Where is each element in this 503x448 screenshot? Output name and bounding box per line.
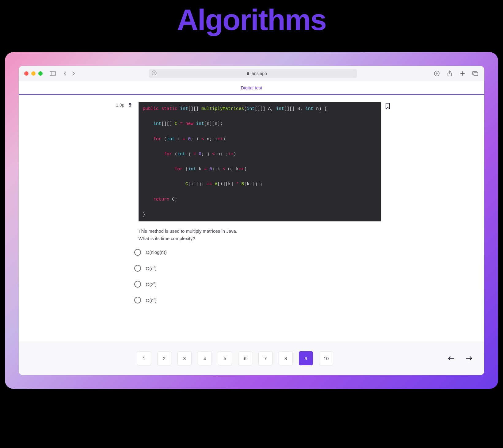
browser-window: ans.app Digital test [19,66,484,375]
page-button[interactable]: 2 [157,351,171,365]
page-button[interactable]: 1 [137,351,151,365]
radio-button[interactable] [134,249,141,256]
question-prompt-line2: What is its time complexity? [139,236,195,241]
radio-button[interactable] [134,265,141,272]
radio-button[interactable] [134,297,141,303]
site-settings-icon[interactable] [152,70,157,76]
lock-icon [246,72,250,75]
answer-option-label: O(n2) [146,297,157,303]
nav-arrows [62,70,77,77]
app-header-title: Digital test [241,85,262,90]
chrome-right-icons [433,70,479,77]
app-header: Digital test [19,81,484,95]
back-button[interactable] [62,70,68,77]
close-window-button[interactable] [24,71,29,76]
traffic-lights [24,71,43,76]
prev-next-nav [447,354,473,363]
bookmark-icon[interactable] [385,105,391,110]
answer-option-label: O(n3) [146,265,157,271]
new-tab-icon[interactable] [459,70,466,77]
page-button[interactable]: 6 [238,351,252,365]
answer-option[interactable]: O(n2) [134,297,381,303]
url-bar-wrap: ans.app [81,69,425,78]
downloads-icon[interactable] [433,70,440,77]
page-title: Algorithms [0,0,503,37]
url-bar[interactable]: ans.app [149,69,357,78]
browser-chrome: ans.app [19,66,484,81]
page-button[interactable]: 9 [299,351,313,365]
answer-option[interactable]: O(2n) [134,281,381,288]
content-area: 1.0p 9 public static int[][] multiplyMat… [19,95,484,341]
question-row: 1.0p 9 public static int[][] multiplyMat… [19,102,484,303]
question-body: public static int[][] multiplyMatrices(i… [139,102,381,303]
page-button[interactable]: 4 [198,351,212,365]
page-button[interactable]: 3 [177,351,192,365]
url-text: ans.app [160,71,354,76]
options-list: O(nlog(n))O(n3)O(2n)O(n2) [134,249,381,303]
page-buttons: 12345678910 [137,351,333,365]
radio-button[interactable] [134,281,141,288]
page-button[interactable]: 10 [319,351,333,365]
points-label: 1.0p [109,102,124,303]
page-button[interactable]: 8 [279,351,293,365]
next-question-button[interactable] [465,354,473,363]
svg-rect-12 [474,72,478,76]
prev-question-button[interactable] [447,354,455,363]
share-icon[interactable] [446,70,453,77]
answer-option-label: O(nlog(n)) [146,250,167,255]
svg-rect-0 [50,71,55,76]
tabs-icon[interactable] [472,70,479,77]
svg-rect-5 [247,73,249,75]
code-block: public static int[][] multiplyMatrices(i… [139,102,381,221]
pagination-bar: 12345678910 [19,341,484,375]
sidebar-toggle-icon[interactable] [49,70,56,77]
question-prompt: This method is used to multiply matrices… [139,228,381,242]
minimize-window-button[interactable] [31,71,36,76]
answer-option[interactable]: O(nlog(n)) [134,249,381,256]
question-prompt-line1: This method is used to multiply matrices… [139,228,238,234]
page-button[interactable]: 5 [218,351,232,365]
question-number: 9 [129,102,134,303]
answer-option-label: O(2n) [146,281,157,287]
device-frame: ans.app Digital test [5,52,498,389]
answer-option[interactable]: O(n3) [134,265,381,272]
page-button[interactable]: 7 [258,351,272,365]
forward-button[interactable] [70,70,77,77]
maximize-window-button[interactable] [38,71,43,76]
